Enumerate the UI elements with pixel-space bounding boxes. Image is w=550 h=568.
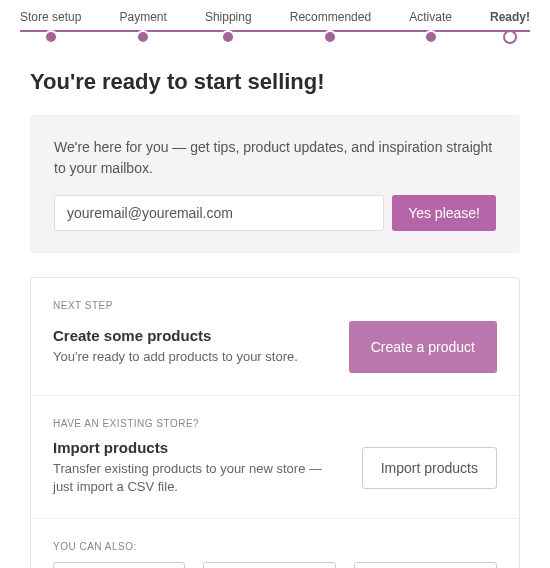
step-activate[interactable]: Activate — [409, 10, 452, 44]
step-dot-icon — [44, 30, 58, 44]
page-title: You're ready to start selling! — [30, 69, 520, 95]
content: You're ready to start selling! We're her… — [0, 44, 550, 568]
import-section: HAVE AN EXISTING STORE? Import products … — [31, 396, 519, 519]
create-product-button[interactable]: Create a product — [349, 321, 497, 373]
step-shipping[interactable]: Shipping — [205, 10, 252, 44]
step-label: Store setup — [20, 10, 81, 24]
next-step-title: Create some products — [53, 327, 329, 344]
import-desc: Transfer existing products to your new s… — [53, 460, 342, 496]
import-products-button[interactable]: Import products — [362, 447, 497, 489]
import-eyebrow: HAVE AN EXISTING STORE? — [53, 418, 497, 429]
next-step-section: NEXT STEP Create some products You're re… — [31, 278, 519, 396]
step-store-setup[interactable]: Store setup — [20, 10, 81, 44]
step-dot-icon — [323, 30, 337, 44]
visit-dashboard-button[interactable]: Visit Dashboard — [53, 562, 185, 568]
next-step-desc: You're ready to add products to your sto… — [53, 348, 329, 366]
mailing-list-panel: We're here for you — get tips, product u… — [30, 115, 520, 253]
setup-stepper: Store setup Payment Shipping Recommended… — [0, 0, 550, 44]
step-recommended[interactable]: Recommended — [290, 10, 371, 44]
also-eyebrow: YOU CAN ALSO: — [53, 541, 497, 552]
step-dot-icon — [424, 30, 438, 44]
review-settings-button[interactable]: Review Settings — [203, 562, 335, 568]
actions-card: NEXT STEP Create some products You're re… — [30, 277, 520, 568]
step-dot-icon — [136, 30, 150, 44]
step-dot-icon — [503, 30, 517, 44]
next-step-eyebrow: NEXT STEP — [53, 300, 497, 311]
import-title: Import products — [53, 439, 342, 456]
step-label: Shipping — [205, 10, 252, 24]
step-label: Ready! — [490, 10, 530, 24]
mailing-list-row: Yes please! — [54, 195, 496, 231]
step-label: Recommended — [290, 10, 371, 24]
also-section: YOU CAN ALSO: Visit Dashboard Review Set… — [31, 519, 519, 568]
view-customize-button[interactable]: View & Customize — [354, 562, 497, 568]
step-payment[interactable]: Payment — [119, 10, 166, 44]
stepper-line — [20, 30, 530, 32]
step-label: Activate — [409, 10, 452, 24]
step-label: Payment — [119, 10, 166, 24]
mailing-list-text: We're here for you — get tips, product u… — [54, 137, 496, 179]
step-dot-icon — [221, 30, 235, 44]
email-input[interactable] — [54, 195, 384, 231]
step-ready[interactable]: Ready! — [490, 10, 530, 44]
subscribe-button[interactable]: Yes please! — [392, 195, 496, 231]
